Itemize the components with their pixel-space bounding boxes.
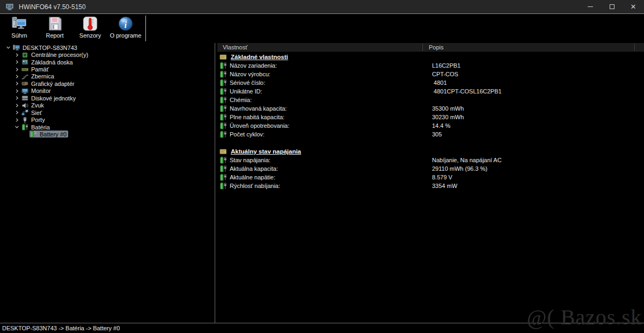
battery-plug-icon [219, 173, 228, 181]
battery-plug-icon [219, 113, 228, 121]
tree-item-monitor[interactable]: Monitor [0, 88, 215, 95]
property-value: CPT-COS [432, 71, 458, 77]
tree-item-label: Battery #0 [40, 131, 67, 137]
sensors-button[interactable]: Senzory [74, 14, 106, 41]
tree-item-content: Zvuk [21, 102, 46, 109]
section-title: Základné vlastnosti [231, 54, 288, 60]
maximize-icon [610, 4, 614, 9]
summary-button-label: Súhrn [11, 32, 27, 39]
column-header-popis[interactable]: Popis [429, 43, 444, 52]
chevron-right-icon[interactable] [13, 59, 21, 65]
column-divider[interactable] [422, 44, 423, 51]
tree-item-porty[interactable]: Porty [0, 116, 215, 123]
close-button[interactable]: ✕ [623, 0, 644, 13]
svg-text:i: i [125, 20, 127, 30]
property-value: 35300 mWh [432, 105, 464, 112]
maximize-button[interactable] [601, 0, 623, 13]
properties-card-icon [219, 53, 228, 61]
tree-item-centr-lne-procesor-y[interactable]: Centrálne procesor(y) [0, 51, 215, 58]
battery-plug-icon [21, 124, 29, 131]
tree-item-diskov-jednotky[interactable]: Diskové jednotky [0, 95, 215, 102]
tree-item-content: Porty [21, 117, 47, 124]
property-label: Aktuálne napätie: [230, 174, 275, 180]
tree-selection-highlight: Battery #0 [30, 131, 68, 137]
chevron-right-icon[interactable] [13, 103, 21, 108]
property-row-n-zov-zariadenia: Názov zariadenia:L16C2PB1 [217, 61, 644, 70]
property-value: 4801 [432, 79, 447, 86]
tree-item-label: Zbernica [31, 73, 54, 79]
report-button[interactable]: Report [39, 14, 71, 41]
property-label: Navrhovaná kapacita: [230, 105, 287, 112]
property-row-aktu-lne-nap-tie: Aktuálne napätie:8.579 V [217, 173, 644, 182]
tree-item-zvuk[interactable]: Zvuk [0, 102, 215, 109]
tree-item-content: Základná doska [21, 59, 75, 66]
battery-plug-icon [219, 70, 228, 78]
minimize-icon [588, 6, 593, 7]
tree-item-zbernica[interactable]: Zbernica [0, 73, 215, 80]
tree-item-label: Grafický adaptér [31, 81, 75, 87]
chevron-right-icon[interactable] [13, 95, 21, 101]
window-title: HWiNFO64 v7.50-5150 [19, 3, 86, 11]
tree-item-content: DESKTOP-S83N743 [12, 44, 79, 51]
tree-item-sie[interactable]: Sieť [0, 109, 215, 116]
property-label: Počet cyklov: [230, 131, 265, 137]
tree-item-grafick-adapt-r[interactable]: Grafický adaptér [0, 80, 215, 87]
chevron-right-icon[interactable] [13, 117, 21, 123]
minimize-button[interactable] [580, 0, 601, 13]
summary-icon [11, 16, 27, 32]
chevron-right-icon[interactable] [13, 74, 21, 79]
chevron-right-icon[interactable] [13, 67, 21, 73]
about-button[interactable]: i O programe [109, 14, 142, 41]
memory-icon [21, 66, 29, 73]
tree-item-pam[interactable]: Pamäť [0, 66, 215, 73]
chevron-right-icon[interactable] [13, 88, 21, 94]
property-label: Aktuálna kapacita: [230, 165, 278, 172]
tree-item-label: Centrálne procesor(y) [31, 52, 88, 58]
chevron-right-icon[interactable] [13, 52, 21, 58]
tree-item-label: Monitor [31, 88, 51, 94]
chevron-right-icon[interactable] [13, 110, 21, 115]
property-row-ch-mia: Chémia: [217, 96, 644, 104]
property-label: Názov zariadenia: [230, 62, 277, 69]
battery-plug-icon [219, 79, 228, 86]
sensors-button-label: Senzory [79, 32, 101, 39]
battery-plug-icon [219, 96, 228, 104]
column-header-vlastnost[interactable]: Vlastnosť [223, 43, 247, 52]
main-area: DESKTOP-S83N743Centrálne procesor(y)Zákl… [0, 43, 644, 323]
property-value: Nabíjanie, Na napájaní AC [432, 157, 502, 163]
property-label: Názov výrobcu: [230, 71, 270, 77]
close-icon: ✕ [631, 3, 636, 10]
tree-item-desktop-s83n743[interactable]: DESKTOP-S83N743 [0, 44, 215, 51]
property-row-s-riov-slo: Sériové číslo: 4801 [217, 78, 644, 87]
bus-icon [21, 73, 29, 80]
property-row-rove-opotrebovania: Úroveň opotrebovania:14.4 % [217, 121, 644, 130]
battery-plug-icon [219, 182, 228, 190]
about-button-label: O programe [110, 32, 142, 39]
chevron-down-icon[interactable] [13, 124, 21, 130]
tree-item-battery-0[interactable]: Battery #0 [0, 131, 215, 137]
property-label: Chémia: [230, 97, 252, 103]
property-row-stav-nap-jania: Stav napájania:Nabíjanie, Na napájaní AC [217, 156, 644, 164]
report-button-label: Report [46, 32, 63, 39]
column-divider[interactable] [634, 44, 635, 51]
tree-item-content: Monitor [21, 88, 53, 95]
tree-item-z-kladn-doska[interactable]: Základná doska [0, 59, 215, 66]
statusbar: DESKTOP-S83N743 -> Batéria -> Battery #0 [0, 323, 644, 333]
chevron-right-icon[interactable] [13, 81, 21, 86]
tree-item-label: Porty [31, 117, 45, 123]
sound-icon [21, 102, 29, 109]
section-gap [217, 139, 644, 147]
device-tree: DESKTOP-S83N743Centrálne procesor(y)Zákl… [0, 43, 215, 323]
cpu-icon [21, 52, 29, 59]
statusbar-path: DESKTOP-S83N743 -> Batéria -> Battery #0 [2, 325, 120, 331]
gpu-icon [21, 80, 29, 87]
property-label: Stav napájania: [230, 157, 270, 163]
property-value: 3354 mW [432, 183, 457, 189]
about-icon: i [118, 16, 134, 32]
section-header-z-kladn-vlastnosti: Základné vlastnosti [217, 53, 644, 61]
tree-item-content: Zbernica [21, 73, 56, 80]
summary-button[interactable]: Súhrn [3, 14, 35, 41]
chevron-down-icon[interactable] [4, 45, 12, 50]
tree-item-bat-ria[interactable]: Batéria [0, 124, 215, 131]
section-title: Aktuálny stav napájania [231, 148, 301, 155]
